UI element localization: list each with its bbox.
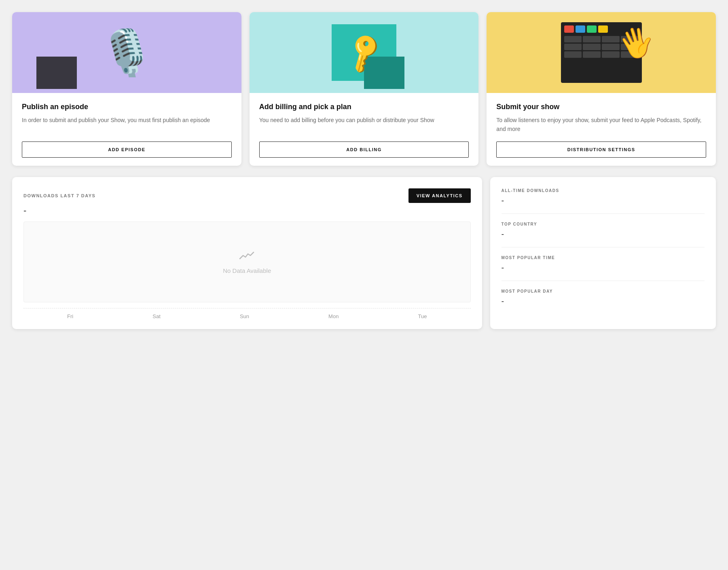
x-label-sat: Sat [152,313,161,319]
publish-episode-body: Publish an episode In order to submit an… [12,93,241,166]
x-label-tue: Tue [418,313,427,319]
most-popular-time-label: MOST POPULAR TIME [502,255,705,260]
ctrl-btn-red [564,25,574,33]
analytics-title: DOWNLOADS LAST 7 DAYS [23,193,95,198]
ctrl-btn-yellow [598,25,608,33]
add-billing-button[interactable]: ADD BILLING [259,141,469,158]
publish-episode-desc: In order to submit and publish your Show… [22,116,232,133]
chart-area: No Data Available [23,222,471,302]
add-billing-desc: You need to add billing before you can p… [259,116,469,133]
billing-image-inner: 🔑 [332,24,396,81]
no-data-icon [239,250,255,264]
add-billing-card: 🔑 Add billing and pick a plan You need t… [250,12,479,166]
all-time-downloads-label: ALL-TIME DOWNLOADS [502,188,705,193]
cards-row: 🎙️ Publish an episode In order to submit… [12,12,716,166]
analytics-card: DOWNLOADS LAST 7 DAYS VIEW ANALYTICS - N… [12,177,482,329]
most-popular-day-value: - [502,297,705,306]
most-popular-day-section: MOST POPULAR DAY - [502,289,705,314]
most-popular-day-label: MOST POPULAR DAY [502,289,705,293]
stats-card: ALL-TIME DOWNLOADS - TOP COUNTRY - MOST … [490,177,716,329]
analytics-header: DOWNLOADS LAST 7 DAYS VIEW ANALYTICS [23,188,471,203]
most-popular-time-section: MOST POPULAR TIME - [502,255,705,281]
add-episode-button[interactable]: ADD EPISODE [22,141,232,158]
add-billing-title: Add billing and pick a plan [259,103,469,111]
key-icon: 🔑 [341,30,387,76]
top-country-label: TOP COUNTRY [502,222,705,226]
most-popular-time-value: - [502,263,705,272]
all-time-downloads-value: - [502,196,705,205]
submit-show-desc: To allow listeners to enjoy your show, s… [496,116,706,133]
submit-show-card: 🖐 Submit your show To allow listeners to… [487,12,716,166]
analytics-dash-value: - [23,205,471,216]
x-label-sun: Sun [240,313,249,319]
controller-visual: 🖐 [561,22,642,83]
publish-episode-image: 🎙️ [12,12,241,93]
ctrl-btn-blue [576,25,585,33]
no-data-text: No Data Available [223,267,271,274]
distribution-settings-button[interactable]: DISTRIBUTION SETTINGS [496,141,706,158]
publish-episode-title: Publish an episode [22,103,232,111]
submit-show-image: 🖐 [487,12,716,93]
x-label-mon: Mon [328,313,339,319]
chart-xaxis: Fri Sat Sun Mon Tue [23,308,471,319]
x-label-fri: Fri [67,313,73,319]
all-time-downloads-section: ALL-TIME DOWNLOADS - [502,188,705,214]
view-analytics-button[interactable]: VIEW ANALYTICS [408,188,471,203]
submit-show-title: Submit your show [496,103,706,111]
add-billing-image: 🔑 [250,12,479,93]
bottom-row: DOWNLOADS LAST 7 DAYS VIEW ANALYTICS - N… [12,177,716,329]
publish-episode-card: 🎙️ Publish an episode In order to submit… [12,12,241,166]
submit-show-body: Submit your show To allow listeners to e… [487,93,716,166]
microphone-icon: 🎙️ [99,27,154,79]
top-country-value: - [502,230,705,239]
add-billing-body: Add billing and pick a plan You need to … [250,93,479,166]
top-country-section: TOP COUNTRY - [502,222,705,247]
ctrl-btn-green [587,25,597,33]
